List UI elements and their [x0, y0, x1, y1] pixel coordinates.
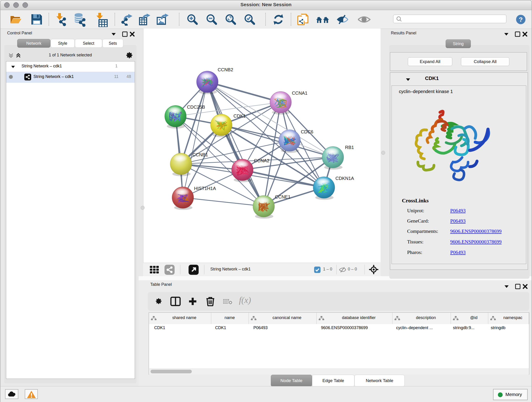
svg-text:HIST1H1A: HIST1H1A	[194, 186, 216, 191]
svg-text:CCNA2: CCNA2	[254, 158, 269, 163]
svg-text:CDC6: CDC6	[301, 129, 313, 134]
svg-text:CCNB2: CCNB2	[218, 67, 233, 72]
svg-text:CCNE1: CCNE1	[275, 194, 291, 199]
svg-text:?: ?	[519, 16, 523, 23]
svg-text:CCNB1: CCNB1	[192, 152, 208, 157]
svg-text:CDC25B: CDC25B	[187, 104, 205, 109]
svg-text:CCNA1: CCNA1	[292, 90, 307, 96]
svg-text:RB1: RB1	[345, 145, 354, 150]
svg-text:CDKN1A: CDKN1A	[336, 176, 354, 181]
svg-text:CDK1: CDK1	[234, 114, 246, 119]
